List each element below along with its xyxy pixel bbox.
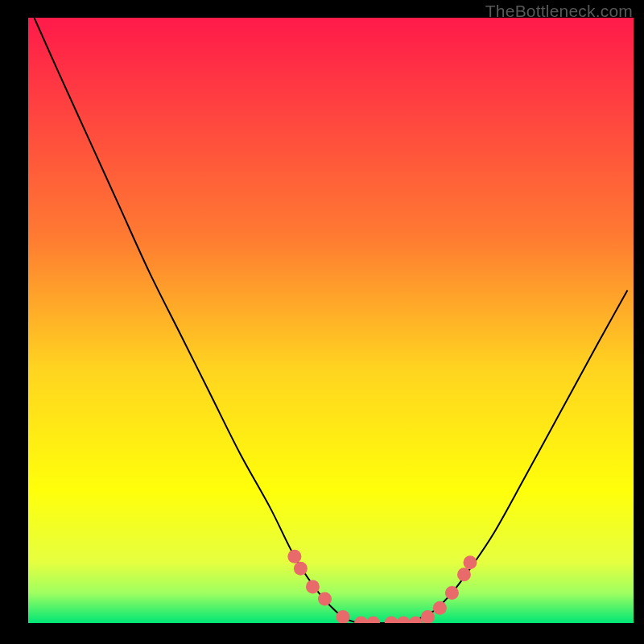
highlight-point	[457, 568, 471, 581]
gradient-background	[28, 18, 634, 623]
highlight-point	[433, 601, 447, 615]
highlight-point	[287, 550, 301, 564]
highlight-point	[445, 586, 459, 600]
chart-svg	[28, 18, 634, 623]
chart-area	[28, 18, 634, 623]
highlight-point	[294, 562, 308, 576]
highlight-point	[318, 592, 332, 605]
highlight-point	[306, 580, 320, 593]
highlight-point	[463, 555, 477, 569]
